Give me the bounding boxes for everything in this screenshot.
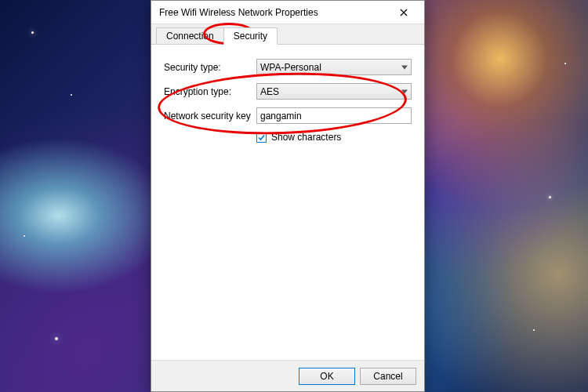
row-network-key: Network security key bbox=[164, 107, 412, 124]
chevron-down-icon bbox=[401, 89, 408, 93]
titlebar: Free Wifi Wireless Network Properties bbox=[151, 1, 424, 24]
dialog-body: Security type: WPA-Personal Encryption t… bbox=[151, 45, 424, 360]
annotation-circle bbox=[157, 68, 408, 138]
dropdown-value: WPA-Personal bbox=[260, 62, 321, 73]
wallpaper-star bbox=[55, 337, 58, 340]
show-characters-label: Show characters bbox=[271, 132, 341, 143]
tab-connection[interactable]: Connection bbox=[156, 27, 224, 44]
cancel-button[interactable]: Cancel bbox=[360, 368, 416, 385]
chevron-down-icon bbox=[401, 65, 408, 69]
tab-label: Connection bbox=[166, 31, 214, 42]
tab-security[interactable]: Security bbox=[223, 27, 278, 45]
dialog-title: Free Wifi Wireless Network Properties bbox=[159, 7, 388, 18]
close-button[interactable] bbox=[388, 2, 419, 24]
close-icon bbox=[400, 9, 408, 16]
button-label: OK bbox=[320, 371, 333, 382]
row-security-type: Security type: WPA-Personal bbox=[164, 59, 412, 75]
wallpaper-star bbox=[549, 196, 551, 198]
wallpaper-star bbox=[533, 329, 535, 331]
encryption-type-label: Encryption type: bbox=[164, 86, 256, 97]
security-type-dropdown[interactable]: WPA-Personal bbox=[256, 59, 412, 75]
checkmark-icon bbox=[258, 134, 265, 141]
show-characters-checkbox[interactable] bbox=[256, 132, 267, 143]
network-key-input[interactable] bbox=[256, 107, 412, 124]
wallpaper-star bbox=[24, 235, 25, 237]
security-type-label: Security type: bbox=[164, 62, 256, 73]
dropdown-value: AES bbox=[260, 86, 279, 97]
tab-label: Security bbox=[234, 31, 267, 42]
wallpaper-star bbox=[71, 94, 72, 96]
row-encryption-type: Encryption type: AES bbox=[164, 83, 412, 100]
dialog-footer: OK Cancel bbox=[151, 360, 424, 391]
network-properties-dialog: Free Wifi Wireless Network Properties Co… bbox=[151, 0, 425, 392]
row-show-characters: Show characters bbox=[256, 132, 412, 143]
encryption-type-dropdown[interactable]: AES bbox=[256, 83, 412, 100]
wallpaper-star bbox=[564, 63, 566, 64]
network-key-label: Network security key bbox=[164, 111, 256, 122]
wallpaper-star bbox=[31, 31, 34, 34]
ok-button[interactable]: OK bbox=[299, 368, 355, 385]
tab-strip: Connection Security bbox=[151, 24, 424, 45]
button-label: Cancel bbox=[373, 371, 402, 382]
